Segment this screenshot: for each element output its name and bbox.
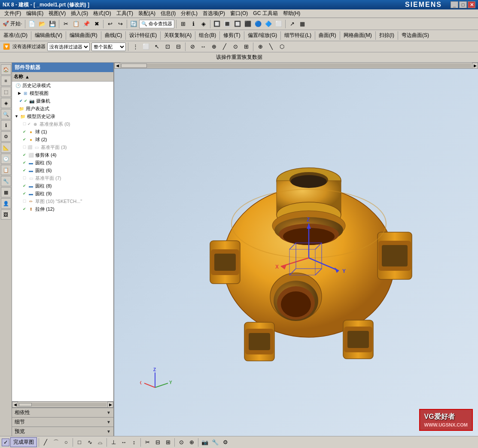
extra-bottom1[interactable]: 📷: [200, 438, 210, 447]
side-icon-13[interactable]: 👤: [1, 198, 11, 209]
finish-sketch-label[interactable]: 完成草图: [10, 437, 37, 447]
side-icon-10[interactable]: 📋: [1, 165, 11, 175]
side-icon-3[interactable]: ⬚: [1, 87, 11, 97]
menu-preferences[interactable]: 首选项(P): [200, 9, 228, 18]
trim-btn[interactable]: ✂: [143, 438, 152, 447]
redo-button[interactable]: ↪: [116, 19, 125, 29]
menu-window[interactable]: 窗口(O): [228, 9, 250, 18]
tb3-btn9[interactable]: ╱: [220, 42, 229, 51]
panel-hscrollbar[interactable]: ◀ ▶: [12, 401, 113, 407]
tree-sphere2[interactable]: ✔ ● 球 (2): [12, 136, 113, 143]
tool-btn2[interactable]: ℹ: [189, 19, 198, 29]
menu-tools[interactable]: 工具(T): [114, 9, 136, 18]
close-button[interactable]: ✕: [468, 1, 475, 8]
view-btn4[interactable]: ⬛: [243, 19, 253, 29]
tb3-btn13[interactable]: ╲: [266, 42, 276, 51]
open-button[interactable]: 📂: [37, 19, 47, 29]
menu-format[interactable]: 格式(O): [91, 9, 113, 18]
dim-tool1[interactable]: ↔: [119, 438, 128, 447]
constraint-tool[interactable]: ⊥: [109, 438, 118, 447]
tree-base-csys[interactable]: ☐ ✔ ⊕ 基准坐标系 (0): [12, 120, 113, 128]
fillet-tool[interactable]: ⌓: [95, 438, 105, 447]
tb3-btn14[interactable]: ⬡: [277, 42, 286, 51]
assembly-select[interactable]: 整个装配: [91, 42, 126, 51]
view-btn6[interactable]: 🔷: [264, 19, 273, 29]
scroll-left-btn[interactable]: ◀: [12, 402, 18, 408]
menu-help[interactable]: 帮助(H): [280, 9, 303, 18]
menu-assembly[interactable]: 装配(A): [136, 9, 158, 18]
tree-trim4[interactable]: ✔ ⬜ 修剪体 (4): [12, 151, 113, 159]
section-preview[interactable]: 预览 ▼: [12, 427, 113, 436]
line-tool[interactable]: ╱: [41, 438, 50, 447]
command-finder[interactable]: 🔍 命令查找器: [139, 20, 174, 28]
tb3-btn5[interactable]: ⊟: [174, 42, 183, 51]
side-icon-5[interactable]: 🔍: [1, 109, 11, 119]
scroll-thumb-h[interactable]: [121, 64, 147, 68]
tb3-btn10[interactable]: ⊙: [231, 42, 240, 51]
tree-model-views[interactable]: ▶ ⊞ 模型视图: [12, 89, 113, 97]
side-icon-4[interactable]: ◈: [1, 98, 11, 108]
tb3-btn8[interactable]: ⊕: [209, 42, 219, 51]
menu-info[interactable]: 信息(I): [158, 9, 178, 18]
scroll-right[interactable]: ▶: [472, 63, 478, 69]
scroll-thumb[interactable]: [19, 403, 32, 406]
tb3-btn7[interactable]: ↔: [198, 42, 208, 51]
new-button[interactable]: 📄: [27, 19, 37, 29]
side-icon-2[interactable]: ≡: [1, 76, 11, 86]
arc-tool[interactable]: ⌒: [51, 438, 61, 447]
menu-insert[interactable]: 插入(S): [68, 9, 91, 18]
side-icon-7[interactable]: ⚙: [1, 131, 11, 142]
section-details[interactable]: 细节 ▼: [12, 417, 113, 427]
tb3-btn1[interactable]: ⋮: [131, 42, 140, 51]
viewport-hscrollbar[interactable]: ◀ ▶: [114, 63, 478, 69]
tree-datum-plane3[interactable]: ☐ ⬜ ▭ 基准平面 (3): [12, 143, 113, 151]
tb3-btn6[interactable]: ⊘: [188, 42, 197, 51]
tree-camera[interactable]: ✔ ✔ 📷 摄像机: [12, 97, 113, 105]
paste-button[interactable]: 📌: [82, 19, 91, 29]
side-icon-11[interactable]: 🔧: [1, 176, 11, 186]
tb3-btn4[interactable]: ⊡: [163, 42, 172, 51]
tree-user-expr[interactable]: 📁 用户表达式: [12, 105, 113, 112]
start-button[interactable]: 🚀 开始·: [2, 19, 23, 29]
tree-sphere1[interactable]: ✔ ● 球 (1): [12, 128, 113, 136]
undo-button[interactable]: ↩: [105, 19, 115, 29]
menu-analysis[interactable]: 分析(L): [178, 9, 200, 18]
tool-btn1[interactable]: ⊞: [178, 19, 188, 29]
extra-bottom3[interactable]: ⚙: [221, 438, 230, 447]
finish-sketch-icon[interactable]: ✓: [2, 439, 9, 446]
tree-history-mode[interactable]: 🕐 历史记录模式: [12, 82, 113, 89]
view-btn1[interactable]: 🔲: [212, 19, 222, 29]
tool-btn3[interactable]: ◈: [199, 19, 208, 29]
ref-btn[interactable]: ⊙: [177, 438, 186, 447]
rect-tool[interactable]: □: [75, 438, 84, 447]
menu-gc[interactable]: GC 工具箱: [250, 9, 280, 18]
view-btn7[interactable]: ⬜: [274, 19, 283, 29]
mirror-btn[interactable]: ⊟: [153, 438, 162, 447]
view-btn2[interactable]: 🔳: [222, 19, 232, 29]
tree-sketch10[interactable]: ☐ ✏ 草图 (10) "SKETCH...": [12, 197, 113, 205]
dim-tool2[interactable]: ↕: [129, 438, 139, 447]
filter-select[interactable]: 没有选择过滤器: [47, 42, 90, 51]
tb3-btn12[interactable]: ⊕: [256, 42, 265, 51]
scroll-track[interactable]: [19, 403, 107, 406]
tb3-btn2[interactable]: ⬜: [141, 42, 151, 51]
tree-cylinder9[interactable]: ✔ ▬ 圆柱 (9): [12, 190, 113, 197]
scroll-left[interactable]: ◀: [114, 63, 120, 69]
tb3-btn11[interactable]: ⊞: [241, 42, 251, 51]
side-icon-1[interactable]: 🏠: [1, 64, 11, 75]
tree-datum-plane7[interactable]: ☐ ▭ 基准平面 (7): [12, 174, 113, 182]
view-btn5[interactable]: 🔵: [253, 19, 263, 29]
tree-model-history[interactable]: ▼ 📁 模型历史记录: [12, 112, 113, 120]
tree-cylinder8[interactable]: ✔ ▬ 圆柱 (8): [12, 182, 113, 190]
tree-cylinder5[interactable]: ✔ ▬ 圆柱 (5): [12, 159, 113, 166]
delete-button[interactable]: ✖: [92, 19, 101, 29]
extra-btn2[interactable]: ▦: [298, 19, 307, 29]
menu-edit[interactable]: 编辑(E): [24, 9, 46, 18]
panel-sort-icon[interactable]: ▲: [25, 74, 30, 79]
pattern-btn[interactable]: ⊞: [163, 438, 173, 447]
cut-button[interactable]: ✂: [61, 19, 70, 29]
copy-button[interactable]: 📋: [71, 19, 81, 29]
snap-btn[interactable]: ⊕: [187, 438, 196, 447]
minimize-button[interactable]: _: [451, 1, 458, 8]
rotate-button[interactable]: 🔄: [129, 19, 138, 29]
